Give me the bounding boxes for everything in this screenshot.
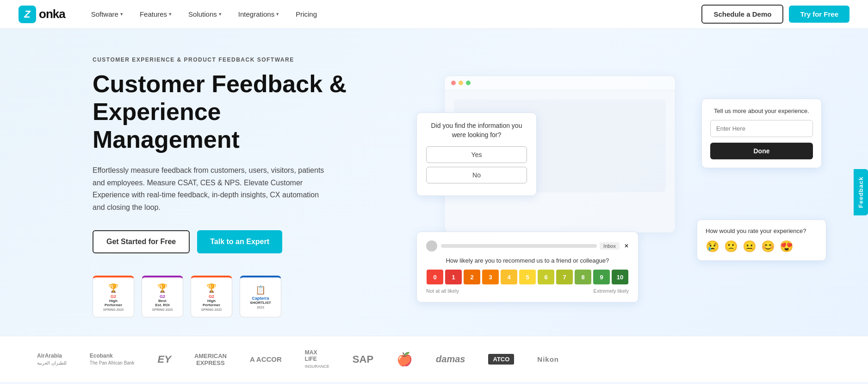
nps-button-7[interactable]: 7: [556, 270, 573, 284]
badge-year-4: 2023: [257, 306, 264, 309]
logo-apple: 🍎: [397, 352, 413, 367]
badge-g2-best-roi: 🏆 G2 BestEst. ROI SPRING 2023: [142, 276, 183, 317]
badge-year-1: SPRING 2023: [103, 308, 124, 311]
hero-eyebrow: CUSTOMER EXPERIENCE & PRODUCT FEEDBACK S…: [93, 57, 370, 63]
hero-content: CUSTOMER EXPERIENCE & PRODUCT FEEDBACK S…: [93, 57, 370, 317]
text-feedback-card: Tell us more about your experience. Done: [701, 99, 822, 168]
client-logos-bar: AirArabiaللطيران العربية EcobankThe Pan …: [0, 336, 868, 382]
award-badges: 🏆 G2 HighPerformer SPRING 2023 🏆 G2 Best…: [93, 276, 370, 317]
g2-roi-icon: 🏆: [157, 283, 167, 293]
nav-item-solutions[interactable]: Solutions ▾: [181, 6, 229, 22]
g2-icon: 🏆: [108, 283, 118, 293]
emoji-excellent[interactable]: 😍: [780, 240, 794, 253]
nav-item-pricing[interactable]: Pricing: [288, 6, 324, 22]
logo[interactable]: Z onka: [19, 6, 65, 23]
hero-title-line1: Customer Feedback &: [93, 70, 347, 97]
nav-label-software: Software: [91, 10, 118, 18]
nav-item-software[interactable]: Software ▾: [84, 6, 130, 22]
nps-button-8[interactable]: 8: [575, 270, 591, 284]
chevron-down-icon: ▾: [219, 11, 222, 17]
nps-inbox-tag: Inbox: [600, 242, 620, 250]
badge-year-2: SPRING 2023: [152, 308, 173, 311]
badge-year-3: SPRING 2023: [201, 308, 222, 311]
logo-text: onka: [39, 7, 65, 21]
hero-illustration: Did you find the information you were lo…: [398, 66, 831, 307]
nps-button-4[interactable]: 4: [501, 270, 517, 284]
emoji-rating-card: How would you rate your experience? 😢 🙁 …: [697, 220, 826, 261]
nps-scale: 0 1 2 3 4 5 6 7 8 9 10: [426, 270, 629, 284]
chevron-down-icon: ▾: [276, 11, 279, 17]
nps-button-3[interactable]: 3: [482, 270, 499, 284]
nps-label-left: Not at all likely: [426, 288, 459, 294]
logo-ecobank: EcobankThe Pan African Bank: [90, 353, 135, 366]
yes-button[interactable]: Yes: [426, 146, 527, 163]
feedback-tab[interactable]: Feedback: [854, 169, 868, 215]
window-dot-green: [466, 81, 471, 85]
nps-inbox: Inbox ✕: [441, 242, 629, 250]
nav-label-solutions: Solutions: [188, 10, 217, 18]
emoji-bad[interactable]: 🙁: [724, 240, 738, 253]
text-feedback-label: Tell us more about your experience.: [710, 107, 813, 114]
nav-label-pricing: Pricing: [296, 10, 317, 18]
nps-survey-card: Inbox ✕ How likely are you to recommend …: [416, 232, 639, 302]
logo-nikon: Nikon: [537, 355, 559, 363]
emoji-question: How would you rate your experience?: [706, 227, 818, 234]
nav-label-integrations: Integrations: [238, 10, 274, 18]
try-for-free-button[interactable]: Try for Free: [789, 6, 849, 23]
get-started-button[interactable]: Get Started for Free: [93, 230, 190, 253]
window-titlebar: [445, 76, 675, 90]
capterra-icon: 📋: [255, 285, 266, 295]
nps-label-right: Extremely likely: [594, 288, 629, 294]
hero-buttons: Get Started for Free Talk to an Expert: [93, 230, 370, 253]
badge-g2-high-performer-2: 🏆 G2 HighPerformer SPRING 2023: [191, 276, 232, 317]
emoji-good[interactable]: 😊: [761, 240, 775, 253]
nps-button-2[interactable]: 2: [464, 270, 480, 284]
logo-amex: AMERICANEXPRESS: [194, 353, 227, 366]
nps-button-1[interactable]: 1: [445, 270, 462, 284]
no-button[interactable]: No: [426, 167, 527, 183]
g2-hp2-icon: 🏆: [206, 283, 217, 293]
nps-progress-bar: [441, 244, 597, 248]
nav-links: Software ▾ Features ▾ Solutions ▾ Integr…: [84, 6, 702, 22]
logo-damas: damas: [436, 354, 465, 365]
emoji-neutral[interactable]: 😐: [743, 240, 756, 253]
talk-to-expert-button[interactable]: Talk to an Expert: [197, 230, 282, 253]
logo-icon: Z: [19, 6, 36, 23]
nps-question: How likely are you to recommend us to a …: [426, 257, 629, 264]
nps-button-9[interactable]: 9: [593, 270, 610, 284]
emoji-options: 😢 🙁 😐 😊 😍: [706, 240, 818, 253]
nav-actions: Schedule a Demo Try for Free: [701, 5, 849, 24]
hero-description: Effortlessly measure feedback from custo…: [93, 164, 333, 214]
navbar: Z onka Software ▾ Features ▾ Solutions ▾…: [0, 0, 868, 29]
yesno-survey-card: Did you find the information you were lo…: [416, 113, 537, 195]
inbox-close-icon[interactable]: ✕: [624, 243, 629, 249]
nav-label-features: Features: [140, 10, 167, 18]
logo-accor: A ACCOR: [250, 355, 282, 363]
nps-button-10[interactable]: 10: [612, 270, 628, 284]
logo-ey: EY: [158, 353, 171, 365]
logo-maxlife: MAXLIFEINSURANCE: [305, 349, 329, 369]
logo-sap: SAP: [353, 353, 373, 365]
nps-button-6[interactable]: 6: [538, 270, 554, 284]
nav-item-integrations[interactable]: Integrations ▾: [231, 6, 286, 22]
nps-button-5[interactable]: 5: [519, 270, 536, 284]
nps-avatar: [426, 240, 437, 252]
hero-title-line2: Experience Management: [93, 98, 240, 153]
yesno-question: Did you find the information you were lo…: [426, 121, 527, 139]
nps-scale-labels: Not at all likely Extremely likely: [426, 288, 629, 294]
badge-capterra-shortlist: 📋 Capterra SHORTLIST 2023: [240, 276, 281, 317]
logo-atco: ATCO: [488, 354, 514, 365]
emoji-terrible[interactable]: 😢: [706, 240, 719, 253]
done-button[interactable]: Done: [710, 143, 813, 159]
nps-header: Inbox ✕: [426, 240, 629, 252]
chevron-down-icon: ▾: [120, 11, 123, 17]
nps-button-0[interactable]: 0: [427, 270, 443, 284]
nav-item-features[interactable]: Features ▾: [132, 6, 179, 22]
text-feedback-input[interactable]: [710, 120, 813, 137]
hero-section: CUSTOMER EXPERIENCE & PRODUCT FEEDBACK S…: [0, 29, 868, 336]
badge-g2-high-performer: 🏆 G2 HighPerformer SPRING 2023: [93, 276, 134, 317]
schedule-demo-button[interactable]: Schedule a Demo: [701, 5, 783, 24]
chevron-down-icon: ▾: [169, 11, 172, 17]
hero-title: Customer Feedback & Experience Managemen…: [93, 70, 370, 153]
window-dot-red: [451, 81, 456, 85]
